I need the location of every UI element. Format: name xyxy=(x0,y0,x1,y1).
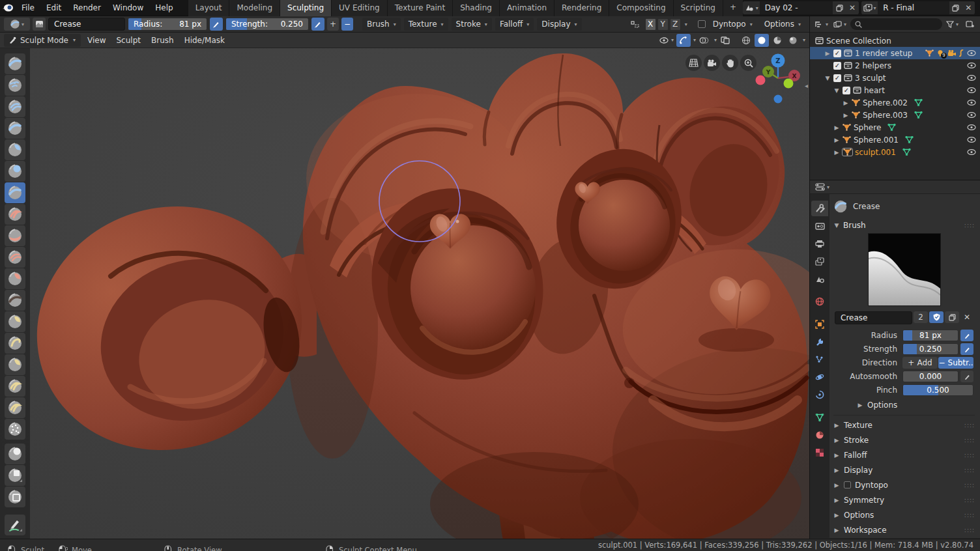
menu-render[interactable]: Render xyxy=(67,0,107,16)
brush-preview-image[interactable] xyxy=(868,233,941,306)
section-display[interactable]: ▶Display:::: xyxy=(833,463,975,477)
tool-box-hide[interactable] xyxy=(5,487,25,507)
brush-name-field[interactable]: Crease xyxy=(835,311,912,324)
tool-snake-hook[interactable] xyxy=(5,333,25,354)
camera-view-icon[interactable] xyxy=(704,55,720,71)
radius-pressure-toggle[interactable] xyxy=(210,18,223,31)
brush-name-field[interactable]: Crease xyxy=(48,18,125,31)
hide-viewport-eye-icon[interactable] xyxy=(967,87,976,93)
section-drag-handle[interactable]: :::: xyxy=(964,452,975,459)
subtract-strength-button[interactable]: − xyxy=(341,18,353,31)
collection-checkbox[interactable]: ✓ xyxy=(833,49,841,57)
tool-smooth[interactable] xyxy=(5,204,25,225)
toolsettings-menu-brush[interactable]: Brush▾ xyxy=(362,18,401,31)
tool-annotate[interactable] xyxy=(5,515,25,535)
section-drag-handle[interactable]: :::: xyxy=(964,422,975,429)
tool-clay-strips[interactable] xyxy=(5,96,25,117)
section-disclosure-icon[interactable]: ▶ xyxy=(833,482,840,488)
object-label[interactable]: Sphere.002 xyxy=(863,98,908,107)
tool-crease[interactable] xyxy=(5,182,25,203)
object-label[interactable]: Sphere xyxy=(854,123,881,132)
brush-panel-header[interactable]: ▼ Brush :::: xyxy=(833,219,975,232)
panel-drag-handle[interactable]: :::: xyxy=(964,222,975,229)
disclosure-icon[interactable]: ▶ xyxy=(833,149,840,156)
object-label[interactable]: 3 sculpt xyxy=(855,74,886,83)
browse-brush-icon[interactable] xyxy=(33,18,46,31)
properties-tab-particles[interactable] xyxy=(811,352,828,367)
object-label[interactable]: Sphere.003 xyxy=(863,111,908,120)
properties-tab-texture[interactable] xyxy=(811,445,828,460)
properties-tab-output[interactable] xyxy=(811,236,828,251)
section-stroke[interactable]: ▶Stroke:::: xyxy=(833,433,975,447)
options-subpanel-header[interactable]: ▶Options xyxy=(833,398,975,412)
viewlayer-copy-button[interactable] xyxy=(949,1,962,14)
active-tool-button[interactable]: ▾ xyxy=(4,18,30,31)
section-disclosure-icon[interactable]: ▶ xyxy=(833,437,840,444)
duplicate-brush-icon[interactable] xyxy=(945,311,959,323)
section-texture[interactable]: ▶Texture:::: xyxy=(833,418,975,432)
shading-solid-button[interactable] xyxy=(755,34,769,47)
strength-slider[interactable]: 0.250 xyxy=(902,343,958,355)
hide-viewport-eye-icon[interactable] xyxy=(967,63,976,68)
properties-tab-modifiers[interactable] xyxy=(811,334,828,350)
section-workspace[interactable]: ▶Workspace:::: xyxy=(833,523,975,537)
collection-checkbox[interactable]: ✓ xyxy=(833,74,841,82)
section-symmetry[interactable]: ▶Symmetry:::: xyxy=(833,493,975,507)
outliner-search-input[interactable] xyxy=(850,18,942,30)
xray-toggle[interactable] xyxy=(718,34,732,47)
viewlayer-icon[interactable]: ▾ xyxy=(861,1,878,14)
radius-slider[interactable]: Radius: 81 px xyxy=(128,18,207,31)
scene-name[interactable]: Day 02 - Delight xyxy=(760,1,833,14)
section-falloff[interactable]: ▶Falloff:::: xyxy=(833,448,975,462)
toolsettings-menu-falloff[interactable]: Falloff▾ xyxy=(495,18,534,31)
section-disclosure-icon[interactable]: ▶ xyxy=(833,527,840,533)
object-label[interactable]: heart xyxy=(864,86,885,95)
blender-logo-icon[interactable] xyxy=(0,3,16,12)
pan-view-icon[interactable] xyxy=(722,55,738,71)
new-collection-icon[interactable] xyxy=(962,18,977,31)
strength-pressure-icon[interactable] xyxy=(960,343,973,355)
viewport-3d[interactable]: Z Y X ◂ xyxy=(0,48,809,539)
tab-uv-editing[interactable]: UV Editing xyxy=(332,0,388,16)
shading-chevron-icon[interactable]: ▾ xyxy=(803,37,805,43)
properties-tab-material[interactable] xyxy=(811,427,828,443)
tab-shading[interactable]: Shading xyxy=(453,0,500,16)
section-drag-handle[interactable]: :::: xyxy=(964,497,975,503)
dyntopo-section-checkbox[interactable] xyxy=(844,481,851,488)
properties-tab-view-layer[interactable] xyxy=(811,253,828,269)
scene-icon[interactable]: ▾ xyxy=(743,1,760,14)
symmetry-y-button[interactable]: Y xyxy=(657,18,669,31)
tool-rotate[interactable] xyxy=(5,397,25,418)
gizmos-chevron-icon[interactable]: ▾ xyxy=(693,37,696,43)
section-disclosure-icon[interactable]: ▶ xyxy=(833,497,840,503)
section-disclosure-icon[interactable]: ▶ xyxy=(833,452,840,459)
radius-pressure-icon[interactable] xyxy=(960,330,973,341)
shading-material-button[interactable] xyxy=(770,34,785,47)
filter-icon[interactable]: ▾ xyxy=(945,18,960,31)
disclosure-icon[interactable]: ▶ xyxy=(843,100,849,106)
viewlayer-name[interactable]: R - Final xyxy=(878,1,949,14)
tab-texture-paint[interactable]: Texture Paint xyxy=(388,0,453,16)
section-disclosure-icon[interactable]: ▶ xyxy=(833,467,840,473)
direction-add-button[interactable]: +Add xyxy=(902,357,938,369)
viewport-menu-hide-mask[interactable]: Hide/Mask xyxy=(179,33,230,48)
properties-tab-object-data[interactable] xyxy=(811,410,828,425)
hide-viewport-eye-icon[interactable] xyxy=(967,137,976,143)
autosmooth-slider[interactable]: 0.000 xyxy=(902,371,958,382)
radius-slider[interactable]: 81 px xyxy=(902,330,958,341)
object-label[interactable]: 1 render setup xyxy=(855,49,912,58)
disclosure-icon[interactable]: ▶ xyxy=(824,50,831,57)
tab-modeling[interactable]: Modeling xyxy=(229,0,280,16)
symmetry-x-button[interactable]: X xyxy=(645,18,656,31)
users-count-button[interactable]: 2 xyxy=(914,311,928,323)
object-label[interactable]: 2 helpers xyxy=(855,61,891,70)
viewport-menu-brush[interactable]: Brush xyxy=(146,33,179,48)
object-label[interactable]: sculpt.001 xyxy=(855,148,896,157)
outliner-row-sphere-003[interactable]: ▶Sphere.003 xyxy=(810,109,980,121)
object-label[interactable]: Sphere.001 xyxy=(854,135,899,145)
mode-selector[interactable]: Sculpt Mode▾ xyxy=(4,34,81,47)
tool-layer[interactable] xyxy=(5,118,25,139)
symmetry-z-button[interactable]: Z xyxy=(670,18,681,31)
outliner-row-sphere-002[interactable]: ▶Sphere.002 xyxy=(810,96,980,109)
fake-user-shield-icon[interactable] xyxy=(929,311,944,323)
